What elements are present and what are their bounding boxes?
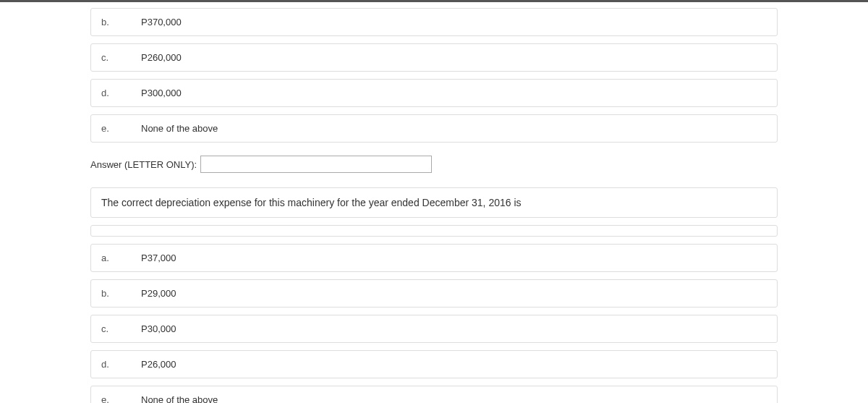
answer-row: Answer (LETTER ONLY): [90, 156, 778, 173]
option-text: None of the above [141, 123, 218, 134]
option-text: P37,000 [141, 253, 176, 263]
option-text: None of the above [141, 394, 218, 403]
option-text: P370,000 [141, 17, 182, 27]
question-prompt: The correct depreciation expense for thi… [90, 187, 778, 218]
option-row[interactable]: d. P26,000 [90, 350, 778, 378]
option-letter: b. [101, 288, 141, 299]
content-container: b. P370,000 c. P260,000 d. P300,000 e. N… [0, 8, 868, 403]
top-bar [0, 0, 868, 2]
answer-label: Answer (LETTER ONLY): [90, 159, 197, 170]
empty-row [90, 225, 778, 237]
option-row[interactable]: e. None of the above [90, 114, 778, 143]
option-letter: c. [101, 52, 141, 63]
option-row[interactable]: b. P370,000 [90, 8, 778, 36]
option-row[interactable]: b. P29,000 [90, 279, 778, 307]
option-text: P300,000 [141, 88, 182, 98]
option-letter: d. [101, 359, 141, 370]
option-letter: b. [101, 17, 141, 27]
option-text: P29,000 [141, 288, 176, 299]
answer-input[interactable] [200, 156, 432, 173]
question2-section: The correct depreciation expense for thi… [90, 187, 778, 403]
option-letter: c. [101, 323, 141, 334]
option-text: P26,000 [141, 359, 176, 370]
option-row[interactable]: c. P30,000 [90, 315, 778, 343]
question1-section: b. P370,000 c. P260,000 d. P300,000 e. N… [90, 8, 778, 173]
option-text: P260,000 [141, 52, 182, 63]
option-letter: e. [101, 394, 141, 403]
option-row[interactable]: e. None of the above [90, 386, 778, 403]
option-letter: e. [101, 123, 141, 134]
option-text: P30,000 [141, 323, 176, 334]
option-row[interactable]: c. P260,000 [90, 43, 778, 72]
option-letter: d. [101, 88, 141, 98]
option-letter: a. [101, 253, 141, 263]
option-row[interactable]: a. P37,000 [90, 244, 778, 272]
option-row[interactable]: d. P300,000 [90, 79, 778, 107]
